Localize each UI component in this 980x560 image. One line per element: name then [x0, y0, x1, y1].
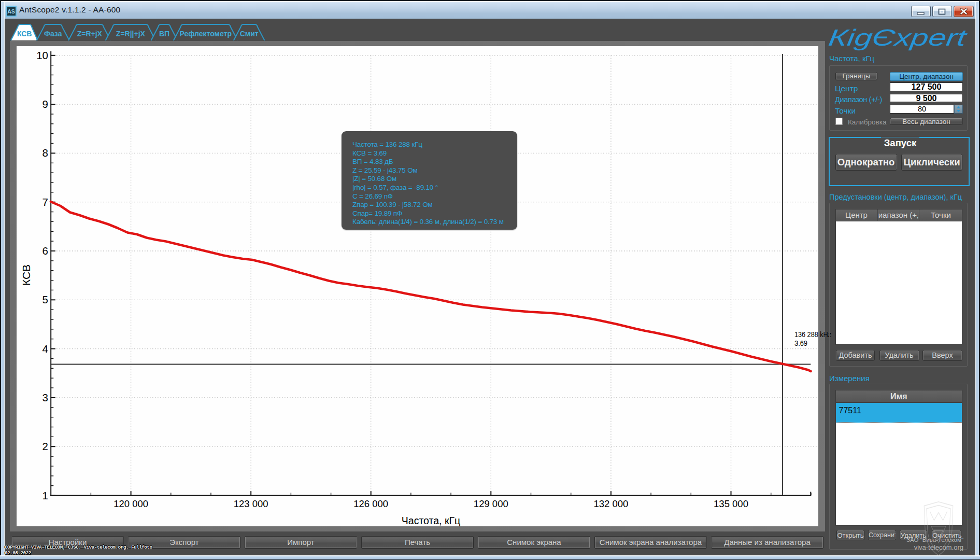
svg-text:Z=R+jX: Z=R+jX	[77, 30, 103, 38]
svg-text:ВП: ВП	[159, 30, 169, 38]
svg-text:Смит: Смит	[240, 30, 259, 38]
svg-text:КigЄxpert: КigЄxpert	[827, 25, 969, 51]
svg-text:Z=R||+jX: Z=R||+jX	[116, 30, 146, 38]
svg-text:Рефлектометр: Рефлектометр	[179, 30, 232, 38]
svg-text:Фаза: Фаза	[44, 30, 62, 38]
svg-text:КСВ: КСВ	[17, 30, 32, 38]
